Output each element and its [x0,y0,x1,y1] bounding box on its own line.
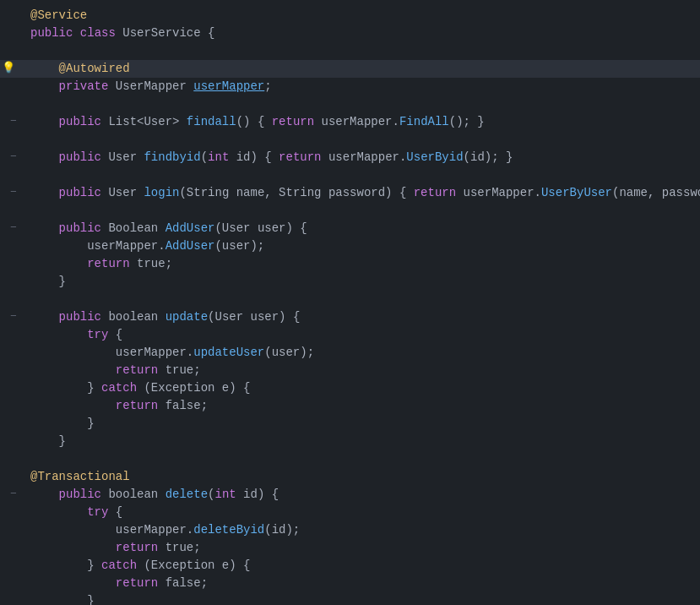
fold-gutter[interactable]: − [7,149,24,166]
code-line [0,95,700,113]
code-line: − public User login(String name, String … [0,184,700,202]
code-line: } [0,592,700,605]
token: @Autowired [59,62,130,75]
token: (Exception e) { [137,559,250,572]
token: boolean [101,488,166,501]
line-content: public List<User> findall() { return use… [24,113,700,131]
code-line: } [0,415,700,433]
token: public [59,115,101,128]
code-line [0,291,700,308]
line-content: } [24,273,700,291]
token: userMapper. [116,523,193,537]
token: updateUser [193,346,264,359]
token: userMapper. [322,150,407,164]
token: return [414,186,456,199]
fold-gutter[interactable]: − [7,184,24,201]
token: private [59,79,109,93]
code-line [0,42,700,60]
fold-gutter[interactable]: − [7,220,24,237]
token: AddUser [166,221,215,235]
token: Boolean [101,221,166,235]
code-line: return false; [0,397,700,415]
code-line: userMapper.updateUser(user); [0,344,700,362]
token: id) { [236,488,279,501]
token: } [87,381,101,395]
code-line: } [0,273,700,291]
code-line: } [0,433,700,450]
line-content: public boolean update(User user) { [24,308,700,326]
token: (Exception e) { [137,381,250,395]
code-line: } catch (Exception e) { [0,379,700,397]
token: List<User> [101,115,187,128]
token: return [272,115,314,128]
token: @Service [30,8,87,22]
token: FindAll [399,115,449,128]
code-line: @Transactional [0,468,700,486]
code-line [0,450,700,468]
token: User [101,186,144,199]
code-line [0,131,700,149]
token: ; [264,79,271,93]
token: userMapper. [314,115,399,128]
token: User [101,150,144,164]
code-line: userMapper.AddUser(user); [0,237,700,255]
token: false; [158,399,208,412]
bulb-icon[interactable]: 💡 [2,60,15,77]
token: (user); [264,346,314,359]
line-content: return true; [24,362,700,379]
line-content: } catch (Exception e) { [24,557,700,575]
line-content: public User login(String name, String pa… [24,184,700,202]
token: return [116,541,158,554]
token: (user); [214,239,264,253]
token: UserByid [406,150,463,164]
line-content: userMapper.AddUser(user); [24,237,700,255]
code-line: − public boolean delete(int id) { [0,486,700,504]
token: { [108,328,122,341]
token: update [166,310,208,324]
token: { [108,505,122,519]
token: public [59,186,101,199]
code-line: userMapper.deleteByid(id); [0,521,700,539]
line-content: @Transactional [24,468,700,486]
fold-gutter[interactable]: − [7,113,24,130]
token: catch [101,381,137,395]
token: UserMapper [108,79,193,93]
token: ( [201,150,208,164]
code-line: try { [0,326,700,344]
token: int [214,488,236,501]
token: @Transactional [30,470,130,483]
token: (id); [264,523,300,537]
line-content: public User findbyid(int id) { return us… [24,149,700,166]
token: UserByUser [541,186,612,199]
line-content: @Service [24,7,700,25]
token: (User user) { [214,221,307,235]
token: userMapper [193,79,264,93]
token: (); } [449,115,485,128]
fold-gutter[interactable]: − [7,486,24,503]
token: public [30,26,73,40]
token: AddUser [166,239,215,253]
line-content: try { [24,326,700,344]
token: try [87,505,108,519]
token: int [208,150,229,164]
code-line: public class UserService { [0,25,700,42]
code-line [0,202,700,220]
token: (User user) { [208,310,300,324]
fold-gutter[interactable]: − [7,308,24,325]
token: UserService { [116,26,215,40]
line-content: } [24,433,700,450]
token: (String name, String password) { [179,186,413,199]
token: } [87,417,94,430]
token: (name, password); } [612,186,700,199]
token: () { [236,115,272,128]
token: return [279,150,321,164]
code-line: 💡 @Autowired [0,60,700,78]
code-line: try { [0,504,700,521]
token: true; [158,363,200,377]
token: public [59,488,101,501]
token [73,26,79,40]
line-content: } [24,415,700,433]
token: try [87,328,108,341]
token: } [87,594,94,605]
token: catch [101,559,137,572]
